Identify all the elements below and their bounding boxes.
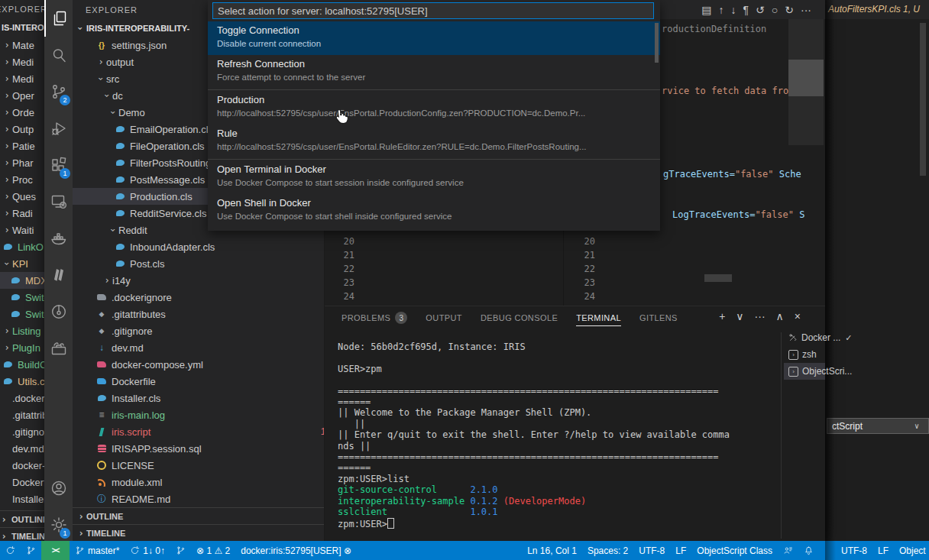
- status-indentation[interactable]: Spaces: 2: [582, 541, 633, 560]
- tree-item-dev-md[interactable]: dev.md: [0, 440, 44, 457]
- terminal-output[interactable]: Node: 56b0d2cf695d, Instance: IRIS USER>…: [338, 342, 735, 529]
- tree-item-proc[interactable]: ›Proc: [0, 171, 44, 188]
- activity-run-debug[interactable]: [44, 110, 73, 147]
- tree-item-utils-c[interactable]: Utils.c: [0, 373, 44, 390]
- status-eol[interactable]: LF: [670, 541, 691, 560]
- tree-item-oper[interactable]: ›Oper: [0, 87, 44, 104]
- timeline-section[interactable]: › TIMELINE: [73, 524, 325, 541]
- activity-toolbox[interactable]: [44, 330, 73, 367]
- tree-item-switc[interactable]: Switc: [0, 289, 44, 306]
- activity-files[interactable]: [44, 0, 73, 37]
- tree-item-irisapp-session-sql[interactable]: IRISAPP.session.sql: [73, 440, 325, 457]
- tree-item-buildc[interactable]: BuildC: [0, 356, 44, 373]
- tree-item-mate[interactable]: ›Mate: [0, 37, 44, 53]
- tree-item--gitattrib[interactable]: .gitattrib: [0, 406, 44, 423]
- status-encoding[interactable]: UTF-8: [836, 541, 872, 560]
- quick-pick-item-production[interactable]: Productionhttp://localhost:52795/csp/use…: [208, 91, 660, 125]
- whitespace-icon[interactable]: ¶: [743, 4, 749, 16]
- tree-item-i14y[interactable]: ›i14y: [73, 272, 325, 289]
- tree-item-docker-compose-yml[interactable]: docker-compose.yml: [73, 356, 325, 373]
- nav-dot-icon[interactable]: ○: [772, 4, 778, 16]
- status-eol[interactable]: LF: [872, 541, 894, 560]
- tree-item-outp[interactable]: ›Outp: [0, 121, 44, 138]
- tree-item-patie[interactable]: ›Patie: [0, 138, 44, 154]
- tree-item-dockerfile[interactable]: Dockerfile: [73, 373, 325, 390]
- tree-item-phar[interactable]: ›Phar: [0, 154, 44, 171]
- panel-tab-debug-console[interactable]: DEBUG CONSOLE: [481, 313, 558, 325]
- tree-item-waiti[interactable]: ›Waiti: [0, 222, 44, 238]
- bg-explorer-root-folder[interactable]: IS-INTEROPERABILITY-: [2, 23, 44, 32]
- tree-item-dev-md[interactable]: ↓dev.md: [73, 339, 325, 356]
- activity-objectscript[interactable]: [44, 257, 73, 293]
- tree-item-plugin[interactable]: ›PlugIn: [0, 339, 44, 356]
- maximize-panel-icon[interactable]: ∧: [776, 310, 784, 322]
- minimap-slider[interactable]: [788, 60, 824, 96]
- terminal-dropdown-icon[interactable]: ∨: [736, 310, 743, 322]
- status-gitlens-branch[interactable]: [170, 541, 191, 560]
- tree-item-medi[interactable]: ›Medi: [0, 70, 44, 87]
- new-terminal-icon[interactable]: +: [719, 310, 725, 322]
- terminal-instance-zsh[interactable]: ›zsh: [784, 346, 825, 363]
- tree-item-mdx[interactable]: MDX: [0, 272, 44, 289]
- tree-item-orde[interactable]: ›Orde: [0, 104, 44, 121]
- tree-item-docker-c[interactable]: docker-c: [0, 457, 44, 474]
- quick-pick-item-open-shell-in-docker[interactable]: Open Shell in DockerUse Docker Compose t…: [208, 194, 660, 228]
- bg-timeline-section[interactable]: › TIMELINE: [0, 527, 44, 541]
- status-language-mode[interactable]: Object: [894, 541, 929, 560]
- quick-pick-item-toggle-connection[interactable]: Toggle ConnectionDisable current connect…: [208, 21, 660, 55]
- terminal-instance-docker-[interactable]: Docker ...✓: [784, 329, 825, 346]
- outline-section[interactable]: › OUTLINE: [73, 507, 325, 525]
- minimap[interactable]: [788, 19, 824, 145]
- tree-item-iris-main-log[interactable]: ≡iris-main.logU: [73, 406, 325, 423]
- nav-forward-icon[interactable]: ↻: [785, 4, 794, 16]
- tree-item-installer-[interactable]: Installer.: [0, 490, 44, 507]
- panel-tab-terminal[interactable]: TERMINAL: [576, 313, 621, 326]
- tree-item-iris-script[interactable]: iris.script1, M: [73, 423, 325, 440]
- status-feedback[interactable]: [778, 541, 798, 560]
- tree-item-radi[interactable]: ›Radi: [0, 205, 44, 222]
- status-sync[interactable]: [0, 541, 21, 560]
- status-cursor-position[interactable]: Ln 16, Col 1: [522, 541, 582, 560]
- quick-pick-item-open-terminal-in-docker[interactable]: Open Terminal in DockerUse Docker Compos…: [208, 160, 660, 194]
- nav-back-icon[interactable]: ↺: [756, 4, 765, 16]
- tree-item-inboundadapter-cls[interactable]: InboundAdapter.cls: [73, 238, 325, 255]
- activity-account[interactable]: [44, 470, 73, 507]
- tree-item--gitignore[interactable]: .gitignore: [0, 423, 44, 440]
- bg-editor-scrollbar[interactable]: [920, 23, 926, 176]
- horizontal-scrollbar[interactable]: [704, 274, 732, 282]
- quick-pick-input[interactable]: [212, 2, 654, 19]
- tree-item--dockerignore[interactable]: .dockerignore: [73, 289, 325, 306]
- next-change-icon[interactable]: ↓: [731, 4, 736, 16]
- status-remote-indicator[interactable]: ><: [41, 541, 70, 560]
- more-actions-icon[interactable]: ···: [755, 310, 766, 322]
- tree-item-installer-cls[interactable]: Installer.cls: [73, 390, 325, 406]
- bg-editor-tab[interactable]: AutoFiltersKPI.cls 1, U: [828, 4, 920, 15]
- tree-item-license[interactable]: LICENSE: [73, 457, 325, 474]
- status-git-branch[interactable]: master*: [70, 541, 125, 560]
- previous-change-icon[interactable]: ↑: [719, 4, 724, 16]
- status-source-control[interactable]: [21, 541, 41, 560]
- tree-item-kpi[interactable]: ›KPI: [0, 255, 44, 272]
- tree-item-ques[interactable]: ›Ques: [0, 188, 44, 205]
- status-notifications[interactable]: [798, 541, 819, 560]
- language-select-dropdown[interactable]: ctScript ∨: [827, 418, 929, 434]
- tree-item-post-cls[interactable]: Post.cls: [73, 255, 325, 272]
- panel-tab-output[interactable]: OUTPUT: [426, 313, 462, 325]
- tree-item--gitignore[interactable]: ◆.gitignore: [73, 322, 325, 339]
- quick-pick-item-refresh-connection[interactable]: Refresh ConnectionForce attempt to conne…: [208, 55, 660, 89]
- tree-item-medi[interactable]: ›Medi: [0, 53, 44, 70]
- activity-extensions[interactable]: 1: [44, 147, 73, 183]
- panel-tab-gitlens[interactable]: GITLENS: [639, 313, 678, 325]
- split-editor-icon[interactable]: ▤: [701, 4, 711, 16]
- status-language-mode[interactable]: ObjectScript Class: [691, 541, 778, 560]
- tree-item-dockerfil[interactable]: Dockerfil: [0, 474, 44, 490]
- tree-item--gitattributes[interactable]: ◆.gitattributes: [73, 306, 325, 322]
- tree-item-linko[interactable]: LinkO: [0, 238, 44, 255]
- tree-item-module-xml[interactable]: module.xml: [73, 474, 325, 490]
- bg-outline-section[interactable]: › OUTLINE: [0, 510, 44, 528]
- tree-item--dockerig[interactable]: .dockerig: [0, 390, 44, 406]
- quick-pick-scrollbar[interactable]: [655, 23, 659, 63]
- more-actions-icon[interactable]: ···: [801, 4, 811, 16]
- status-docker-context[interactable]: docker:iris:52795[USER] ⊗: [235, 541, 357, 560]
- status-encoding[interactable]: UTF-8: [633, 541, 670, 560]
